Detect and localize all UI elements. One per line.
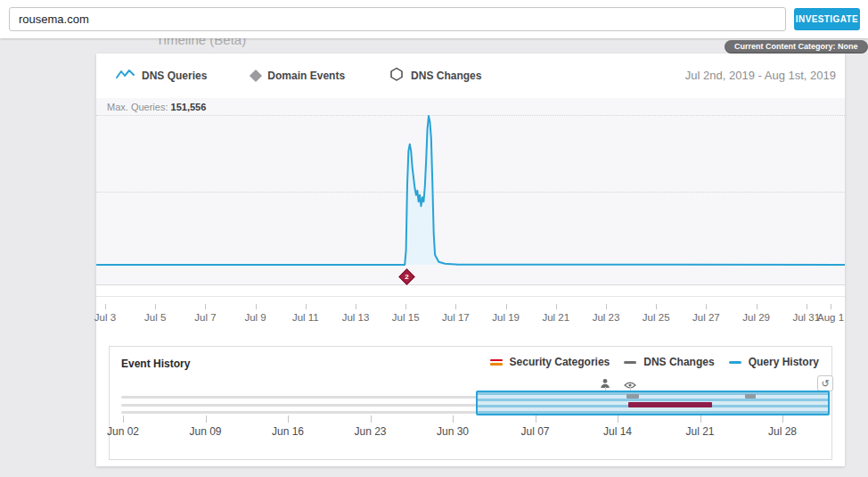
event-history-legend: Security Categories DNS Changes Query Hi… bbox=[490, 356, 819, 368]
dns-change-segment[interactable] bbox=[745, 394, 756, 399]
blue-dash-icon bbox=[729, 361, 741, 364]
tick-label: Jul 27 bbox=[692, 312, 720, 323]
reset-zoom-icon[interactable]: ↺ bbox=[817, 375, 833, 391]
tick-mark bbox=[506, 304, 507, 309]
domain-search-input[interactable] bbox=[9, 7, 786, 31]
tick-mark bbox=[288, 415, 289, 423]
legend-label: DNS Changes bbox=[643, 356, 714, 368]
query-line-chart bbox=[96, 98, 845, 285]
diamond-icon bbox=[250, 70, 262, 82]
gray-dash-icon bbox=[624, 361, 636, 364]
tick-label: Jul 14 bbox=[603, 425, 632, 438]
legend-label: Security Categories bbox=[510, 356, 610, 368]
legend-query-history: Query History bbox=[729, 356, 819, 368]
tick-label: Jul 25 bbox=[643, 312, 670, 323]
tick-mark bbox=[556, 304, 557, 309]
tick-label: Jul 17 bbox=[442, 312, 470, 323]
tick-label: Jun 09 bbox=[189, 425, 221, 438]
tick-mark bbox=[405, 304, 406, 309]
legend-label: Query History bbox=[749, 356, 819, 368]
tick-mark bbox=[306, 304, 307, 309]
tick-mark bbox=[356, 304, 356, 309]
tick-mark bbox=[757, 304, 757, 309]
line-chart-icon bbox=[116, 68, 135, 84]
tick-label: Jul 9 bbox=[244, 312, 266, 323]
tick-mark bbox=[618, 415, 618, 423]
tick-label: Jul 29 bbox=[742, 312, 770, 323]
tick-mark bbox=[123, 415, 124, 423]
event-history-title: Event History bbox=[121, 358, 190, 370]
tick-label: Jul 5 bbox=[144, 312, 166, 323]
legend-label: DNS Changes bbox=[411, 70, 481, 82]
security-category-bar[interactable] bbox=[628, 402, 712, 407]
search-bar: INVESTIGATE bbox=[0, 0, 868, 38]
tick-label: Aug 1 bbox=[817, 312, 844, 323]
tick-mark bbox=[536, 415, 536, 423]
tick-mark bbox=[700, 415, 701, 423]
tick-mark bbox=[656, 304, 657, 309]
tick-label: Jul 21 bbox=[542, 312, 569, 323]
dns-query-chart: Max. Queries: 151,556 2 bbox=[96, 98, 845, 285]
tick-mark bbox=[205, 304, 206, 309]
tick-mark bbox=[206, 415, 207, 423]
timeline-card: DNS Queries Domain Events DNS Changes Ju… bbox=[96, 53, 845, 466]
legend-dns-changes[interactable]: DNS Changes bbox=[389, 67, 481, 85]
tick-mark bbox=[831, 304, 831, 309]
tick-mark bbox=[782, 415, 783, 423]
dns-change-segment[interactable] bbox=[626, 394, 639, 399]
legend-security-categories: Security Categories bbox=[490, 356, 610, 368]
tick-label: Jul 28 bbox=[768, 425, 797, 438]
tick-mark bbox=[706, 304, 707, 309]
tick-label: Jul 15 bbox=[392, 312, 420, 323]
legend-label: Domain Events bbox=[267, 70, 345, 82]
tick-mark bbox=[371, 415, 372, 423]
investigate-button[interactable]: INVESTIGATE bbox=[794, 8, 860, 30]
event-count: 2 bbox=[402, 272, 412, 282]
tick-mark bbox=[155, 304, 156, 309]
content-category-badge: Current Content Category: None bbox=[725, 40, 868, 53]
tick-mark bbox=[453, 415, 454, 423]
tick-label: Jul 13 bbox=[342, 312, 370, 323]
tick-mark bbox=[256, 304, 257, 309]
tick-label: Jun 16 bbox=[272, 425, 304, 438]
tick-mark bbox=[455, 304, 456, 309]
tick-label: Jun 23 bbox=[354, 425, 386, 438]
tick-label: Jun 02 bbox=[107, 425, 139, 438]
shield-icon bbox=[389, 67, 404, 85]
timeline-legend: DNS Queries Domain Events DNS Changes bbox=[116, 53, 481, 98]
axis-rule bbox=[96, 296, 845, 297]
legend-label: DNS Queries bbox=[142, 70, 207, 82]
date-range-label: Jul 2nd, 2019 - Aug 1st, 2019 bbox=[685, 53, 836, 98]
tick-mark bbox=[807, 304, 807, 309]
legend-dns-queries[interactable]: DNS Queries bbox=[116, 68, 207, 84]
legend-domain-events[interactable]: Domain Events bbox=[251, 70, 345, 82]
tick-label: Jul 7 bbox=[194, 312, 216, 323]
tick-mark bbox=[105, 304, 106, 309]
security-categories-icon bbox=[490, 359, 503, 366]
legend-dns-changes-history: DNS Changes bbox=[624, 356, 714, 368]
tick-label: Jul 3 bbox=[94, 312, 116, 323]
tick-label: Jun 30 bbox=[437, 425, 469, 438]
event-history-panel: Event History Security Categories DNS Ch… bbox=[109, 346, 832, 460]
tick-label: Jul 07 bbox=[520, 425, 549, 438]
tick-label: Jul 31 bbox=[792, 312, 820, 323]
tick-label: Jul 23 bbox=[593, 312, 620, 323]
tick-label: Jul 19 bbox=[492, 312, 520, 323]
tick-label: Jul 11 bbox=[292, 312, 319, 323]
tick-label: Jul 21 bbox=[685, 425, 714, 438]
tick-mark bbox=[606, 304, 607, 309]
